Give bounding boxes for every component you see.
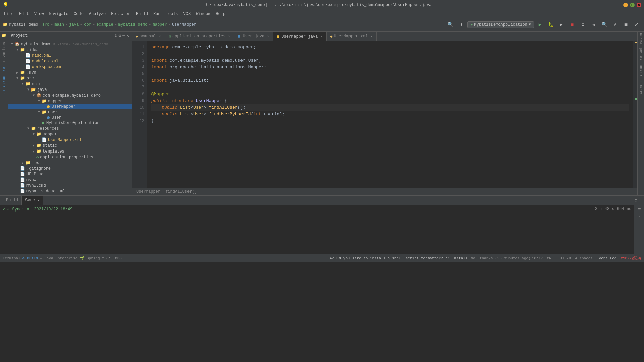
- tree-item-mapper-folder[interactable]: ▼ 📁 mapper: [8, 98, 132, 104]
- code-content[interactable]: package com.example.mybatis_demo.mapper;…: [147, 41, 633, 188]
- tab-user[interactable]: User.java ✕: [234, 32, 273, 41]
- search-everywhere-button[interactable]: 🔍: [446, 20, 455, 29]
- tree-item-package[interactable]: ▼ 📦 com.example.mybatis_demo: [8, 93, 132, 98]
- line-col[interactable]: 10:17: [532, 256, 543, 260]
- maximize-button[interactable]: □: [630, 3, 635, 7]
- sidebar-scope-icon[interactable]: ⊙: [115, 33, 117, 38]
- stop-button[interactable]: ■: [568, 20, 577, 29]
- project-selector[interactable]: 📁 mybatis_demo: [3, 22, 38, 27]
- menu-window[interactable]: Window: [193, 11, 213, 17]
- tree-item-app-props[interactable]: ⚙ application.properties: [8, 154, 132, 160]
- sidebar-close-icon[interactable]: ✕: [126, 33, 129, 38]
- tree-item-src[interactable]: ▼ 📁 src: [8, 75, 132, 81]
- tree-item-mvnw-cmd[interactable]: 📄 mvnw.cmd: [8, 183, 132, 188]
- structure-label[interactable]: 2: Structure: [1, 66, 7, 95]
- zoom-in-button[interactable]: 🔍: [600, 20, 609, 29]
- favorites-label[interactable]: Favorites: [1, 41, 7, 63]
- tree-item-static[interactable]: ▶ 📁 static: [8, 143, 132, 148]
- sidebar-collapse-icon[interactable]: ─: [122, 33, 125, 38]
- minimize-button[interactable]: ─: [623, 3, 628, 7]
- close-button[interactable]: ✕: [637, 3, 641, 7]
- tree-item-templates[interactable]: ▶ 📁 templates: [8, 148, 132, 154]
- tree-item-main[interactable]: ▼ 📁 main: [8, 81, 132, 87]
- breadcrumb-java[interactable]: java: [69, 22, 79, 27]
- tree-item-gitignore[interactable]: 📄 .gitignore: [8, 166, 132, 171]
- event-log[interactable]: Event Log: [597, 256, 616, 260]
- build-label[interactable]: ⚙ Build: [22, 256, 38, 260]
- csdn-label[interactable]: CSDN: [638, 84, 644, 95]
- tree-item-user[interactable]: User: [8, 115, 132, 120]
- tab-pom[interactable]: ◆ pom.xml ✕: [132, 32, 165, 41]
- tab-usermapper-xml-close[interactable]: ✕: [370, 34, 373, 39]
- spaces[interactable]: 4 spaces: [575, 256, 593, 260]
- tree-item-workspace[interactable]: 📄 workspace.xml: [8, 64, 132, 70]
- bc-usermapper[interactable]: UserMapper: [136, 189, 160, 194]
- todo-label[interactable]: ≡ 6: TODO: [102, 256, 122, 260]
- menu-run[interactable]: Run: [151, 11, 163, 17]
- maven-label[interactable]: Maven: [638, 32, 644, 45]
- breadcrumb-main[interactable]: main: [54, 22, 64, 27]
- project-icon[interactable]: 📁: [1, 33, 6, 38]
- tree-item-idea[interactable]: ▼ 📁 .idea: [8, 47, 132, 53]
- breadcrumb-com[interactable]: com: [84, 22, 91, 27]
- terminal-label[interactable]: Terminal: [3, 256, 20, 260]
- tab-pom-close[interactable]: ✕: [158, 34, 162, 39]
- refresh-button[interactable]: ↻: [589, 20, 598, 29]
- tree-item-user-folder[interactable]: ▼ 📁 user: [8, 109, 132, 115]
- tree-item-mvnw[interactable]: 📄 mvnw: [8, 177, 132, 183]
- menu-build[interactable]: Build: [133, 11, 151, 17]
- run-button[interactable]: ▶: [535, 20, 545, 29]
- settings-button[interactable]: ⚙: [578, 20, 588, 29]
- breadcrumb-src[interactable]: src: [42, 22, 49, 27]
- tree-item-mybatisapp[interactable]: MybatisDemoApplication: [8, 120, 132, 126]
- bottom-hide-icon[interactable]: ─: [639, 198, 641, 203]
- menu-code[interactable]: Code: [71, 11, 86, 17]
- menu-analyze[interactable]: Analyze: [86, 11, 108, 17]
- tab-usermapper-xml[interactable]: ◆ UserMapper.xml ✕: [327, 32, 377, 41]
- tree-item-usermapper-xml[interactable]: 📄 UserMapper.xml: [8, 137, 132, 143]
- status-no-thanks[interactable]: No, thanks (35 minutes ago): [471, 256, 530, 260]
- expand-button[interactable]: ⤢: [632, 20, 641, 29]
- menu-refactor[interactable]: Refactor: [108, 11, 133, 17]
- encoding[interactable]: UTF-8: [560, 256, 571, 260]
- tree-item-iml[interactable]: 📄 mybatis_demo.iml: [8, 188, 132, 194]
- tree-item-help[interactable]: 📄 HELP.md: [8, 171, 132, 177]
- build-sort-icon[interactable]: ↕: [638, 214, 640, 218]
- menu-navigate[interactable]: Navigate: [46, 11, 71, 17]
- layout-button[interactable]: ▣: [621, 20, 631, 29]
- tab-app-props[interactable]: ⚙ application.properties ✕: [165, 32, 235, 41]
- menu-vcs[interactable]: VCS: [181, 11, 194, 17]
- spring-label[interactable]: 🌱 Spring: [79, 256, 100, 260]
- menu-tools[interactable]: Tools: [163, 11, 181, 17]
- sync-tab[interactable]: Sync ✕: [22, 196, 43, 205]
- tab-user-close[interactable]: ✕: [266, 34, 270, 39]
- tree-item-test[interactable]: ▶ 📁 test: [8, 160, 132, 166]
- sidebar-settings-icon[interactable]: ⚙: [119, 33, 121, 38]
- tab-usermapper-close[interactable]: ✕: [320, 34, 323, 39]
- breadcrumb-usermapper[interactable]: UserMapper: [172, 22, 196, 27]
- tree-item-java[interactable]: ▼ 📂 java: [8, 87, 132, 93]
- tab-usermapper[interactable]: UserMapper.java ✕: [273, 32, 327, 41]
- tree-item-modules[interactable]: 📄 modules.xml: [8, 58, 132, 64]
- editor-scrollbar[interactable]: [633, 41, 637, 188]
- tree-item-usermapper[interactable]: UserMapper: [8, 104, 132, 109]
- java-enterprise-label[interactable]: ☕ Java Enterprise: [40, 256, 77, 260]
- vcs-update-button[interactable]: ⬆: [457, 20, 466, 29]
- breadcrumb-mapper[interactable]: mapper: [153, 22, 167, 27]
- z-structure-label[interactable]: Z: Structure: [638, 55, 644, 84]
- breadcrumb-example[interactable]: example: [96, 22, 113, 27]
- tree-item-root[interactable]: ▼ 🏠 mybatis_demo D:\idea\Java\mybatis_de…: [8, 41, 132, 47]
- coverage-button[interactable]: ▶: [557, 20, 566, 29]
- menu-edit[interactable]: Edit: [16, 11, 32, 17]
- build-tab[interactable]: Build: [3, 196, 22, 205]
- run-config-selector[interactable]: ● MybatisDemoApplication ▼: [467, 21, 534, 28]
- line-sep[interactable]: CRLF: [547, 256, 556, 260]
- menu-help[interactable]: Help: [213, 11, 228, 17]
- tree-item-mvn[interactable]: ▶ 📁 .mvn: [8, 70, 132, 75]
- tree-item-misc[interactable]: 📄 misc.xml: [8, 53, 132, 58]
- bottom-settings-icon[interactable]: ⚙: [635, 198, 637, 203]
- menu-file[interactable]: File: [1, 11, 16, 17]
- tree-item-mapper-res[interactable]: ▼ 📁 mapper: [8, 131, 132, 137]
- sync-tab-close[interactable]: ✕: [38, 198, 40, 202]
- build-filter-icon[interactable]: ☰: [637, 206, 641, 212]
